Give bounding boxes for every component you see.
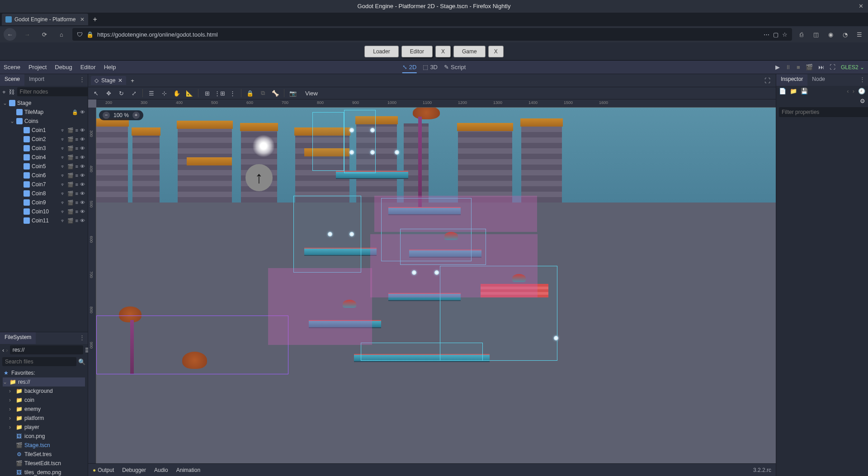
history-next-icon[interactable]: › [853, 88, 854, 94]
override-camera-icon[interactable]: 📷 [289, 89, 297, 97]
move-tool-icon[interactable]: ✥ [104, 89, 113, 97]
save-resource-icon[interactable]: 💾 [801, 88, 808, 94]
filesystem-tree[interactable]: ★Favorites: ⌄📁res://›📁background›📁coin›📁… [0, 368, 88, 476]
browser-tab[interactable]: Godot Engine - Platforme ✕ [2, 14, 88, 25]
inspector-dock-menu-icon[interactable]: ⋮ [857, 74, 868, 86]
pause-button[interactable]: ⏸ [785, 64, 791, 71]
filter-nodes-input[interactable] [17, 87, 90, 96]
rotate-tool-icon[interactable]: ↻ [117, 89, 125, 97]
fs-forward-button[interactable]: › [6, 347, 8, 353]
library-icon[interactable]: ⎙ [797, 31, 807, 38]
tab-import[interactable]: Import [24, 74, 49, 86]
scene-tree[interactable]: ⌄StageTileMap🔒👁⌄CoinsCoin1ᯤ🎬≡👁Coin2ᯤ🎬≡👁C… [0, 98, 88, 332]
bone-tool-icon[interactable]: 🦴 [271, 89, 279, 97]
loader-button[interactable]: Loader [364, 46, 398, 57]
home-button[interactable]: ⌂ [55, 28, 68, 41]
tree-node[interactable]: Coin5ᯤ🎬≡👁 [1, 162, 87, 171]
tree-node[interactable]: Coin3ᯤ🎬≡👁 [1, 144, 87, 153]
snap-toggle-icon[interactable]: ⊞ [203, 89, 211, 97]
editor-close-button[interactable]: X [435, 46, 451, 57]
fs-item[interactable]: ›📁background [3, 386, 85, 396]
distraction-free-button[interactable]: ⛶ [762, 77, 773, 84]
tab-inspector[interactable]: Inspector [776, 74, 807, 86]
forward-button[interactable]: → [21, 28, 33, 41]
fs-item[interactable]: ›📁player [3, 423, 85, 432]
fs-item[interactable]: ›📁platform [3, 414, 85, 423]
fs-back-button[interactable]: ‹ [2, 347, 4, 353]
group-icon[interactable]: ⧉ [259, 89, 267, 97]
tree-node[interactable]: Coin4ᯤ🎬≡👁 [1, 153, 87, 162]
instance-scene-button[interactable]: ⛓ [9, 89, 14, 95]
fs-path-input[interactable] [10, 345, 83, 354]
reader-icon[interactable]: ▢ [773, 31, 778, 38]
tree-node[interactable]: Coin8ᯤ🎬≡👁 [1, 189, 87, 198]
star-icon[interactable]: ☆ [782, 31, 788, 38]
game-close-button[interactable]: X [488, 46, 504, 57]
view-menu[interactable]: View [305, 90, 318, 97]
meatball-icon[interactable]: ⋯ [764, 31, 769, 38]
snap-options-icon[interactable]: ⋮⊞ [216, 89, 224, 97]
fs-item[interactable]: 🖼icon.png [3, 432, 85, 441]
snap-menu-icon[interactable]: ⋮ [228, 89, 236, 97]
whatsnew-icon[interactable]: ◔ [840, 31, 850, 38]
menu-project[interactable]: Project [28, 64, 47, 71]
tree-node[interactable]: TileMap🔒👁 [1, 108, 87, 117]
zoom-in-button[interactable]: + [132, 112, 140, 119]
dock-menu-icon[interactable]: ⋮ [76, 74, 88, 86]
scene-tab-stage[interactable]: ◇ Stage ✕ [91, 76, 126, 85]
account-icon[interactable]: ◉ [826, 31, 835, 38]
fs-item[interactable]: 🖼tiles_demo.png [3, 468, 85, 476]
audio-tab[interactable]: Audio [154, 467, 168, 473]
tree-node[interactable]: Coin9ᯤ🎬≡👁 [1, 198, 87, 207]
fs-item[interactable]: 🎬TilesetEdit.tscn [3, 459, 85, 468]
video-settings-button[interactable]: ⛶ [830, 64, 835, 71]
list-select-icon[interactable]: ☰ [147, 89, 156, 97]
tab-scene[interactable]: Scene [0, 74, 24, 86]
animation-tab[interactable]: Animation [176, 467, 200, 473]
fs-item[interactable]: ⌄📁res:// [3, 377, 85, 386]
scale-tool-icon[interactable]: ⤢ [130, 89, 138, 97]
filter-properties-input[interactable] [779, 107, 868, 117]
viewport-canvas[interactable]: 2003004005006007008009001000110012001300… [88, 99, 776, 463]
tree-node[interactable]: Coin1ᯤ🎬≡👁 [1, 126, 87, 135]
renderer-dropdown[interactable]: GLES2 ⌄ [841, 64, 864, 71]
load-resource-icon[interactable]: 📁 [790, 88, 797, 94]
new-resource-icon[interactable]: 📄 [779, 88, 786, 94]
play-button[interactable]: ▶ [775, 64, 780, 71]
pan-tool-icon[interactable]: ✋ [173, 89, 181, 97]
history-icon[interactable]: 🕘 [858, 88, 865, 94]
fs-search-input[interactable] [2, 357, 76, 366]
debugger-tab[interactable]: Debugger [122, 467, 146, 473]
tree-node[interactable]: Coin11ᯤ🎬≡👁 [1, 216, 87, 225]
ruler-tool-icon[interactable]: 📐 [185, 89, 193, 97]
tree-node[interactable]: Coin6ᯤ🎬≡👁 [1, 171, 87, 180]
window-close-button[interactable]: ✕ [859, 0, 863, 13]
editor-button[interactable]: Editor [401, 46, 433, 57]
tree-node[interactable]: Coin7ᯤ🎬≡👁 [1, 180, 87, 189]
tree-node[interactable]: ⌄Stage [1, 99, 87, 108]
url-bar[interactable]: 🛡 🔒 https://godotengine.org/online/godot… [72, 28, 792, 41]
menu-scene[interactable]: Scene [4, 64, 20, 71]
tab-filesystem[interactable]: FileSystem [0, 332, 36, 344]
history-prev-icon[interactable]: ‹ [847, 88, 849, 94]
lock-icon[interactable]: 🔒 [246, 89, 254, 97]
fs-item[interactable]: ⚙TileSet.tres [3, 450, 85, 459]
fs-item[interactable]: ›📁coin [3, 396, 85, 405]
stop-button[interactable]: ■ [797, 64, 800, 71]
fs-dock-menu-icon[interactable]: ⋮ [76, 332, 88, 344]
new-tab-button[interactable]: + [90, 15, 99, 24]
workspace-2d[interactable]: ⤡2D [402, 64, 417, 73]
close-icon[interactable]: ✕ [118, 77, 123, 84]
tab-close-icon[interactable]: ✕ [80, 16, 85, 23]
add-scene-tab-button[interactable]: + [128, 77, 137, 84]
fs-item[interactable]: ›📁enemy [3, 405, 85, 414]
workspace-3d[interactable]: ⬚3D [423, 64, 438, 71]
menu-icon[interactable]: ☰ [854, 31, 864, 38]
menu-help[interactable]: Help [104, 64, 116, 71]
play-scene-button[interactable]: 🎬 [806, 64, 813, 71]
output-tab[interactable]: Output [93, 467, 114, 473]
sidebar-icon[interactable]: ◫ [811, 31, 821, 38]
play-custom-button[interactable]: ⏭ [818, 64, 824, 71]
tree-node[interactable]: ⌄Coins [1, 117, 87, 126]
reload-button[interactable]: ⟳ [38, 28, 51, 41]
